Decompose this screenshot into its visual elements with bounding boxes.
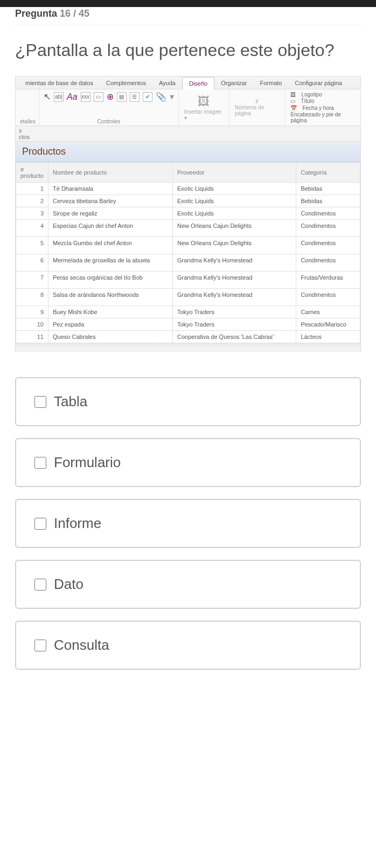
attachment-control-icon: 📎	[156, 92, 166, 102]
cell-supplier: Exotic Liquids	[172, 183, 296, 195]
cell-category: Bebidas	[296, 195, 360, 207]
column-header: Nombre de producto	[48, 163, 173, 183]
cell-id: 2	[16, 195, 48, 207]
column-header: e producto	[16, 163, 48, 183]
date-icon: 📅	[290, 105, 297, 111]
answer-option[interactable]: Tabla	[15, 377, 361, 426]
cell-name: Especias Cajun del chef Anton	[48, 220, 173, 237]
question-text: ¿Pantalla a la que pertenece este objeto…	[15, 39, 361, 61]
cell-category: Pescado/Marisco	[296, 318, 360, 331]
cell-id: 4	[16, 220, 48, 237]
ribbon-tab: Diseño	[182, 77, 214, 90]
cell-category: Condimentos	[296, 289, 360, 306]
table-row: 4Especias Cajun del chef AntonNew Orlean…	[16, 220, 360, 237]
answer-option[interactable]: Consulta	[15, 621, 361, 670]
cell-name: Cerveza tibetana Barley	[48, 195, 173, 207]
table-row: 8Salsa de arándanos NorthwoodsGrandma Ke…	[16, 289, 360, 306]
answer-checkbox[interactable]	[34, 457, 46, 469]
cell-supplier: Exotic Liquids	[172, 195, 296, 207]
ribbon-tab: Complementos	[100, 77, 152, 89]
table-row: 2Cerveza tibetana BarleyExotic LiquidsBe…	[16, 195, 360, 207]
page-numbers-label: Números de página	[235, 105, 280, 116]
answer-options: TablaFormularioInformeDatoConsulta	[15, 377, 361, 670]
answer-label: Dato	[54, 576, 83, 593]
answer-option[interactable]: Dato	[15, 560, 361, 609]
cell-id: 10	[16, 318, 48, 331]
object-tab-row: s ctos	[16, 126, 360, 142]
ribbon-insert-image: 🖼 Insertar imagen ▾	[179, 89, 229, 126]
table-row: 1Té DharamsalaExotic LiquidsBebidas	[16, 183, 360, 195]
cell-name: Buey Mishi Kobe	[48, 306, 173, 318]
cell-id: 5	[16, 237, 48, 254]
cursor-icon: ↖	[44, 92, 51, 102]
cell-supplier: Tokyo Traders	[172, 306, 296, 318]
cell-category: Carnes	[296, 306, 360, 318]
tab-control-icon: ▭	[94, 92, 103, 102]
ribbon-tab: Formato	[254, 77, 289, 89]
table-row: 11Queso CabralesCooperativa de Quesos 'L…	[16, 331, 360, 343]
cell-supplier: Tokyo Traders	[172, 318, 296, 331]
header-item-logo: Logotipo	[301, 92, 322, 98]
table-row: 7Peras secas orgánicas del tío BobGrandm…	[16, 272, 360, 289]
control-icons: ↖ ab| Aa xxx ▭ ⊕ ▤ ☰ ✔ 📎 ▾	[44, 92, 174, 102]
ribbon-tab: Organizar	[214, 77, 253, 89]
cell-category: Condimentos	[296, 220, 360, 237]
cell-supplier: Exotic Liquids	[172, 207, 296, 220]
cell-id: 6	[16, 254, 48, 272]
cell-id: 3	[16, 207, 48, 220]
title-icon: ▭	[290, 98, 295, 104]
answer-checkbox[interactable]	[34, 518, 46, 530]
ribbon-body: etalles ↖ ab| Aa xxx ▭ ⊕ ▤ ☰ ✔ 📎 ▾ Contr…	[16, 89, 360, 126]
answer-option[interactable]: Informe	[15, 499, 361, 548]
label-control-icon: Aa	[67, 92, 78, 102]
page-number-icon: #	[255, 99, 259, 105]
answer-label: Consulta	[54, 637, 109, 654]
question-figure: mientas de base de datosComplementosAyud…	[15, 76, 361, 351]
ribbon-group-details-label: etalles	[20, 119, 34, 124]
insert-image-label: Insertar imagen ▾	[184, 109, 224, 121]
cell-supplier: New Orleans Cajun Delights	[172, 237, 296, 254]
progress-label: Pregunta	[15, 8, 57, 19]
ribbon-page-numbers: # Números de página	[229, 89, 286, 126]
table-row: 10Pez espadaTokyo TradersPescado/Marisco	[16, 318, 360, 331]
table-row: 5Mezcla Gumbo del chef AntonNew Orleans …	[16, 237, 360, 254]
cell-category: Lácteos	[296, 331, 360, 343]
cell-id: 1	[16, 183, 48, 195]
ribbon-group-controls-label: Controles	[44, 119, 174, 124]
cell-supplier: Grandma Kelly's Homestead	[172, 254, 296, 272]
answer-checkbox[interactable]	[34, 396, 46, 408]
image-icon: 🖼	[198, 95, 210, 109]
cell-category: Frutas/Verduras	[296, 272, 360, 289]
cell-id: 9	[16, 306, 48, 318]
answer-label: Formulario	[54, 454, 121, 471]
cell-supplier: Cooperativa de Quesos 'Las Cabras'	[172, 331, 296, 343]
answer-checkbox[interactable]	[34, 579, 46, 591]
answer-checkbox[interactable]	[34, 640, 46, 651]
checkbox-control-icon: ✔	[143, 92, 152, 102]
cell-id: 8	[16, 289, 48, 306]
cell-category: Condimentos	[296, 237, 360, 254]
cell-id: 11	[16, 331, 48, 343]
object-tab-1: s	[19, 127, 22, 134]
button-control-icon: xxx	[81, 92, 90, 102]
ribbon-group-header-footer-label: Encabezado y pie de página	[290, 112, 355, 123]
report-table: e productoNombre de productoProveedorCat…	[16, 162, 360, 343]
object-tab-2: ctos	[19, 134, 30, 140]
report-title: Productos	[22, 146, 66, 157]
cell-category: Bebidas	[296, 183, 360, 195]
progress-counter: 16 / 45	[60, 8, 89, 19]
column-header: Proveedor	[172, 163, 296, 183]
more-controls-icon: ▾	[170, 92, 174, 102]
ribbon-group-header-footer: 🖼Logotipo ▭Título 📅Fecha y hora Encabeza…	[285, 89, 360, 126]
report-table-body: 1Té DharamsalaExotic LiquidsBebidas2Cerv…	[16, 183, 360, 343]
cell-name: Pez espada	[48, 318, 173, 331]
table-row: 3Sirope de regalizExotic LiquidsCondimen…	[16, 207, 360, 220]
ribbon-group-details: etalles	[16, 89, 39, 126]
cell-name: Salsa de arándanos Northwoods	[48, 289, 173, 306]
answer-option[interactable]: Formulario	[15, 438, 361, 487]
cell-supplier: Grandma Kelly's Homestead	[172, 272, 296, 289]
question-progress: Pregunta 16 / 45	[15, 7, 361, 25]
cell-name: Peras secas orgánicas del tío Bob	[48, 272, 173, 289]
cell-name: Sirope de regaliz	[48, 207, 173, 220]
cell-category: Condimentos	[296, 207, 360, 220]
